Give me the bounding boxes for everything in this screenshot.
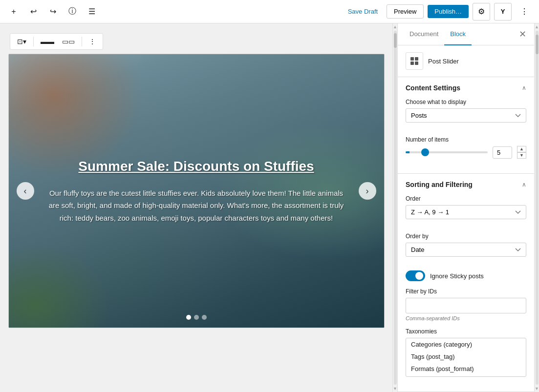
svg-rect-1 [415,57,418,61]
list-layout-button[interactable]: ▬▬ [38,36,57,47]
sidebar-scroll-up-arrow[interactable]: ▲ [535,24,539,29]
sidebar-scroll-down-arrow[interactable]: ▼ [535,386,539,391]
taxonomy-formats[interactable]: Formats (post_format) [406,363,526,375]
gear-icon: ⚙ [478,7,485,16]
block-type-name: Post Slider [428,58,459,65]
svg-rect-0 [410,57,414,61]
block-toolbar: ⊡▾ ▬▬ ▭▭ ⋮ [10,33,103,50]
taxonomies-list: Categories (category) Tags (post_tag) Fo… [406,338,526,377]
items-increment-button[interactable]: ▲ [517,146,526,152]
grid-view-button[interactable]: ⊡▾ [14,36,29,47]
sidebar-scrollbar[interactable]: ▲ ▼ [534,23,539,392]
info-icon: ⓘ [68,6,76,17]
scroll-up-arrow[interactable]: ▲ [393,24,397,29]
editor-area: ⊡▾ ▬▬ ▭▭ ⋮ Summe [0,23,392,392]
number-items-group: Number of items ▲ ▼ [406,136,526,159]
slide-dot-2[interactable] [194,315,199,320]
order-label: Order [406,195,526,202]
right-sidebar: Document Block ✕ Post Slider [397,23,534,392]
toolbar-separator-2 [82,37,82,46]
scroll-thumb [394,33,397,48]
block-info: Post Slider [398,45,534,77]
more-options-button[interactable]: ⋮ [516,3,533,21]
add-block-button[interactable]: + [6,4,22,20]
slide-prev-button[interactable]: ‹ [17,182,34,200]
content-settings-body: Choose what to display Posts Pages Numbe… [398,99,534,173]
content-settings-header[interactable]: Content Settings ∧ [398,77,534,99]
sidebar-content: Document Block ✕ Post Slider [398,23,534,392]
save-draft-button[interactable]: Save Draft [343,5,383,18]
redo-button[interactable]: ↪ [45,4,61,20]
items-control: ▲ ▼ [406,146,526,159]
choose-display-group: Choose what to display Posts Pages [406,99,526,129]
next-arrow-icon: › [366,186,369,196]
taxonomy-tags[interactable]: Tags (post_tag) [406,351,526,363]
card-layout-icon: ▭▭ [62,38,75,45]
items-number-input[interactable] [493,146,512,159]
tab-document[interactable]: Document [404,23,444,45]
taxonomy-categories[interactable]: Categories (category) [406,338,526,351]
list-view-icon: ☰ [88,7,95,16]
taxonomies-group: Taxonomies Categories (category) Tags (p… [406,328,526,377]
publish-button[interactable]: Publish… [428,5,469,18]
editor-scrollbar[interactable]: ▲ ▼ [392,23,397,392]
sidebar-tabs: Document Block ✕ [398,23,534,45]
toggle-thumb [415,272,423,280]
filter-ids-input[interactable] [406,298,526,313]
items-decrement-button[interactable]: ▼ [517,152,526,159]
order-select[interactable]: Z → A, 9 → 1 A → Z, 1 → 9 [406,205,526,219]
ignore-sticky-toggle[interactable] [406,270,425,281]
block-more-button[interactable]: ⋮ [86,36,99,47]
content-settings-title: Content Settings [406,84,460,92]
sidebar-scroll-thumb [536,35,539,54]
sorting-filtering-panel: Sorting and Filtering ∧ Order Z → A, 9 →… [398,174,534,392]
list-layout-icon: ▬▬ [41,38,54,45]
svg-rect-2 [410,62,414,65]
undo-button[interactable]: ↩ [25,4,41,20]
sorting-filtering-header[interactable]: Sorting and Filtering ∧ [398,174,534,195]
yoast-button[interactable]: Y [494,3,512,21]
slider-block: Summer Sale: Discounts on Stuffies Our f… [8,54,385,328]
ignore-sticky-label: Ignore Sticky posts [430,272,484,280]
list-view-button[interactable]: ☰ [84,4,100,20]
choose-display-select[interactable]: Posts Pages [406,108,526,123]
preview-button[interactable]: Preview [387,4,424,19]
sorting-filtering-body: Order Z → A, 9 → 1 A → Z, 1 → 9 Order by… [398,195,534,392]
slide-content: Summer Sale: Discounts on Stuffies Our f… [9,148,384,234]
filter-ids-hint: Comma-separated IDs [406,315,526,321]
settings-button[interactable]: ⚙ [473,3,490,21]
more-icon: ⋮ [520,7,528,16]
redo-icon: ↪ [50,7,56,16]
filter-ids-label: Filter by IDs [406,288,526,295]
prev-arrow-icon: ‹ [24,186,27,196]
scroll-track [394,31,397,385]
number-items-label: Number of items [406,136,526,143]
card-layout-button[interactable]: ▭▭ [59,36,78,47]
scroll-down-arrow[interactable]: ▼ [393,386,397,391]
order-by-group: Order by Date Title [406,233,526,264]
toolbar-separator [33,37,34,46]
order-by-select[interactable]: Date Title [406,243,526,257]
tab-block[interactable]: Block [444,23,472,45]
slide-image: Summer Sale: Discounts on Stuffies Our f… [9,54,384,328]
yoast-icon: Y [501,8,505,15]
slide-next-button[interactable]: › [359,182,376,200]
slide-description: Our fluffy toys are the cutest little st… [48,187,345,225]
order-by-label: Order by [406,233,526,240]
undo-icon: ↩ [30,7,37,16]
filter-ids-group: Filter by IDs Comma-separated IDs [406,288,526,321]
content-settings-panel: Content Settings ∧ Choose what to displa… [398,77,534,174]
sorting-filtering-title: Sorting and Filtering [406,181,473,188]
slide-title: Summer Sale: Discounts on Stuffies [48,158,345,175]
ignore-sticky-row: Ignore Sticky posts [406,270,526,281]
slide-dot-3[interactable] [202,315,207,320]
slide-dot-1[interactable] [186,315,191,320]
items-slider[interactable] [406,151,488,153]
order-group: Order Z → A, 9 → 1 A → Z, 1 → 9 [406,195,526,226]
content-settings-chevron: ∧ [522,84,526,91]
toggle-track [406,270,425,281]
sidebar-close-button[interactable]: ✕ [517,27,528,41]
block-more-icon: ⋮ [89,38,96,45]
top-toolbar: + ↩ ↪ ⓘ ☰ Save Draft Preview Publish… ⚙ … [0,0,539,23]
info-button[interactable]: ⓘ [65,4,80,20]
